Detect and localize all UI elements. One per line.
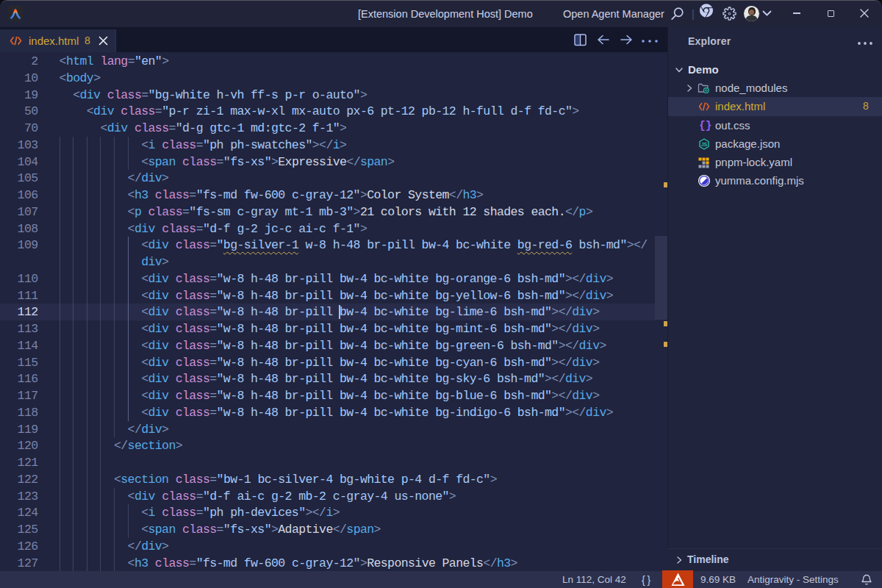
svg-text:JS: JS	[701, 141, 708, 146]
